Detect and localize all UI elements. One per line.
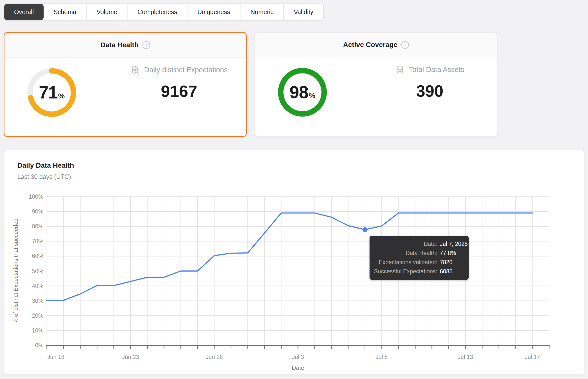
tab-label: Completeness (137, 8, 177, 16)
tooltip-label: Date: (374, 241, 437, 247)
tab-schema[interactable]: Schema (44, 4, 87, 20)
active-coverage-card-header: Active Coverage i (255, 33, 497, 57)
svg-text:90%: 90% (32, 208, 43, 215)
metric-value: 9167 (115, 82, 243, 101)
svg-text:100%: 100% (29, 193, 43, 200)
tab-label: Validity (294, 8, 313, 16)
chart-title: Daily Data Health (17, 162, 74, 169)
tab-label: Volume (97, 8, 117, 16)
data-health-card-body: 71 % Daily distinct Ex (4, 58, 246, 137)
tab-uniqueness[interactable]: Uniqueness (187, 4, 241, 20)
svg-text:Jul 3: Jul 3 (292, 354, 304, 360)
info-icon[interactable]: i (142, 41, 150, 49)
tooltip-value: 7820 (440, 259, 484, 266)
percent-sign: % (309, 92, 316, 100)
data-health-metric: Daily distinct Expectations 9167 (115, 65, 243, 101)
donut-center-value: 71 % (26, 67, 77, 118)
active-coverage-card: Active Coverage i 98 % (255, 32, 497, 137)
svg-text:20%: 20% (32, 312, 43, 319)
tab-label: Overall (14, 8, 34, 16)
active-coverage-percent: 98 (290, 82, 308, 102)
daily-data-health-line-chart[interactable]: 0%10%20%30%40%50%60%70%80%90%100%Jun 18J… (10, 191, 578, 374)
svg-text:% of distinct Expectations tha: % of distinct Expectations that succeede… (13, 218, 19, 323)
daily-data-health-card: Daily Data Health Last 30 days (UTC) 0%1… (4, 150, 584, 375)
tab-completeness[interactable]: Completeness (128, 4, 187, 20)
svg-text:Jul 17: Jul 17 (525, 354, 540, 360)
svg-text:40%: 40% (32, 283, 43, 289)
svg-text:Jun 23: Jun 23 (122, 354, 139, 360)
tab-validity[interactable]: Validity (284, 4, 323, 20)
tab-label: Numeric (250, 8, 273, 16)
tooltip-value: 6085 (440, 268, 484, 275)
svg-text:Jun 28: Jun 28 (206, 354, 223, 360)
svg-text:Jul 8: Jul 8 (376, 354, 388, 360)
data-health-card: Data Health i 71 % (4, 32, 247, 137)
metric-label: Daily distinct Expectations (144, 66, 228, 74)
data-health-title: Data Health (100, 41, 138, 49)
data-health-donut: 71 % (26, 67, 77, 118)
chart-subtitle: Last 30 days (UTC) (17, 173, 71, 180)
svg-text:Jun 18: Jun 18 (47, 354, 64, 360)
active-coverage-title: Active Coverage (343, 41, 397, 49)
database-icon (395, 65, 404, 74)
data-health-percent: 71 (39, 83, 58, 102)
metric-value: 390 (365, 82, 494, 100)
svg-text:70%: 70% (32, 238, 43, 244)
svg-text:60%: 60% (32, 253, 43, 259)
svg-text:0%: 0% (35, 342, 43, 349)
tooltip-value: Jul 7, 2025 (440, 241, 484, 247)
tooltip-label: Data Health: (374, 250, 437, 257)
tab-numeric[interactable]: Numeric (241, 4, 284, 20)
metric-tabbar: Overall Schema Volume Completeness Uniqu… (4, 3, 324, 21)
tab-label: Schema (53, 8, 76, 16)
tooltip-label: Successful Expectations: (374, 268, 437, 275)
tooltip-value: 77.8% (440, 250, 484, 257)
tab-overall[interactable]: Overall (4, 4, 44, 20)
info-icon[interactable]: i (401, 41, 409, 49)
svg-text:30%: 30% (32, 298, 43, 304)
svg-text:Jul 13: Jul 13 (458, 354, 473, 360)
active-coverage-card-body: 98 % Total Data Assets 390 (255, 57, 497, 137)
data-health-card-header: Data Health i (4, 33, 246, 58)
svg-text:10%: 10% (32, 327, 43, 334)
document-search-icon (131, 65, 140, 74)
svg-text:Date: Date (292, 364, 304, 371)
tab-volume[interactable]: Volume (87, 4, 128, 20)
tooltip-label: Expectations validated: (374, 259, 437, 266)
data-quality-dashboard: Overall Schema Volume Completeness Uniqu… (0, 0, 588, 379)
active-coverage-metric: Total Data Assets 390 (365, 65, 494, 100)
svg-text:50%: 50% (32, 268, 43, 274)
tab-label: Uniqueness (197, 8, 230, 16)
metric-label: Total Data Assets (409, 66, 464, 74)
percent-sign: % (58, 92, 65, 100)
svg-text:80%: 80% (32, 223, 43, 230)
chart-tooltip: Date: Jul 7, 2025 Data Health: 77.8% Exp… (370, 236, 469, 280)
active-coverage-donut: 98 % (277, 67, 328, 118)
donut-center-value: 98 % (277, 67, 328, 118)
